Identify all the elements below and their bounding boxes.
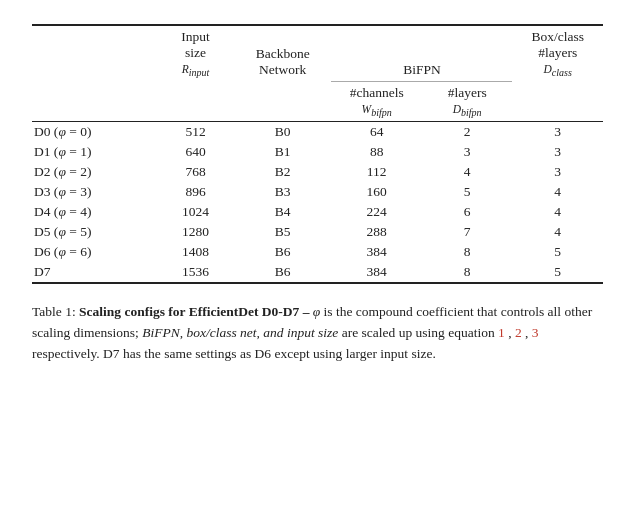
col-box-subheader <box>512 81 603 121</box>
table-caption: Table 1: Scaling configs for EfficientDe… <box>32 302 603 365</box>
col-input-header: Inputsize Rinput <box>157 25 234 81</box>
table-row: D0 (φ = 0) 512 B0 64 2 3 <box>32 122 603 143</box>
row-label-d7: D7 <box>32 262 157 283</box>
table-row: D6 (φ = 6) 1408 B6 384 8 5 <box>32 242 603 262</box>
table-row: D3 (φ = 3) 896 B3 160 5 4 <box>32 182 603 202</box>
row-d0-backbone: B0 <box>234 122 331 143</box>
row-d5-box-layers: 4 <box>512 222 603 242</box>
row-d7-channels: 384 <box>331 262 422 283</box>
caption-comma1: , <box>508 325 515 340</box>
col-bifpn-layers-header: #layers Dbifpn <box>422 81 513 121</box>
backbone-label: BackboneNetwork <box>256 46 310 77</box>
row-d0-input: 512 <box>157 122 234 143</box>
bifpn-group-header: BiFPN <box>331 25 512 81</box>
row-d3-box-layers: 4 <box>512 182 603 202</box>
row-d6-backbone: B6 <box>234 242 331 262</box>
table-container: Inputsize Rinput BackboneNetwork BiFPN B… <box>32 24 603 284</box>
col-backbone-subheader <box>234 81 331 121</box>
table-row: D4 (φ = 4) 1024 B4 224 6 4 <box>32 202 603 222</box>
row-d1-bifpn-layers: 3 <box>422 142 513 162</box>
input-size-subscript: Rinput <box>182 63 210 75</box>
caption-number: Table 1: <box>32 304 76 319</box>
row-d3-input: 896 <box>157 182 234 202</box>
row-d5-bifpn-layers: 7 <box>422 222 513 242</box>
row-d6-input: 1408 <box>157 242 234 262</box>
row-d4-channels: 224 <box>331 202 422 222</box>
box-class-subscript: Dclass <box>544 63 572 75</box>
row-d3-bifpn-layers: 5 <box>422 182 513 202</box>
caption-text3: respectively. D7 has the same set­tings … <box>32 346 436 361</box>
col-empty-header <box>32 25 157 81</box>
caption-bold-text: Scaling configs for EfficientDet D0-D7 – <box>79 304 313 319</box>
input-size-label: Inputsize <box>181 29 210 60</box>
row-d2-backbone: B2 <box>234 162 331 182</box>
row-d5-channels: 288 <box>331 222 422 242</box>
row-d0-box-layers: 3 <box>512 122 603 143</box>
col-box-header: Box/class#layers Dclass <box>512 25 603 81</box>
row-d7-input: 1536 <box>157 262 234 283</box>
caption-text2: are scaled up using equation <box>342 325 498 340</box>
row-d2-channels: 112 <box>331 162 422 182</box>
box-class-label: Box/class#layers <box>531 29 584 60</box>
table-row: D5 (φ = 5) 1280 B5 288 7 4 <box>32 222 603 242</box>
row-label-d3: D3 (φ = 3) <box>32 182 157 202</box>
data-table: Inputsize Rinput BackboneNetwork BiFPN B… <box>32 24 603 284</box>
row-d0-channels: 64 <box>331 122 422 143</box>
row-d6-channels: 384 <box>331 242 422 262</box>
col-backbone-header: BackboneNetwork <box>234 25 331 81</box>
row-d1-box-layers: 3 <box>512 142 603 162</box>
row-d1-backbone: B1 <box>234 142 331 162</box>
channels-label: #channels <box>350 85 404 100</box>
row-d4-input: 1024 <box>157 202 234 222</box>
layers-subscript: Dbifpn <box>453 103 482 115</box>
row-d3-channels: 160 <box>331 182 422 202</box>
row-d2-bifpn-layers: 4 <box>422 162 513 182</box>
row-d7-box-layers: 5 <box>512 262 603 283</box>
row-d5-backbone: B5 <box>234 222 331 242</box>
row-label-d4: D4 (φ = 4) <box>32 202 157 222</box>
row-d7-backbone: B6 <box>234 262 331 283</box>
row-label-d6: D6 (φ = 6) <box>32 242 157 262</box>
caption-comma2: , <box>525 325 532 340</box>
channels-subscript: Wbifpn <box>362 103 392 115</box>
row-d4-backbone: B4 <box>234 202 331 222</box>
col-bifpn-channels-header: #channels Wbifpn <box>331 81 422 121</box>
col-input-subheader <box>157 81 234 121</box>
table-row: D1 (φ = 1) 640 B1 88 3 3 <box>32 142 603 162</box>
row-d1-input: 640 <box>157 142 234 162</box>
row-d3-backbone: B3 <box>234 182 331 202</box>
row-d1-channels: 88 <box>331 142 422 162</box>
row-d2-input: 768 <box>157 162 234 182</box>
row-label-d1: D1 (φ = 1) <box>32 142 157 162</box>
caption-phi: φ <box>313 304 320 319</box>
row-d5-input: 1280 <box>157 222 234 242</box>
bifpn-label: BiFPN <box>403 62 441 77</box>
layers-label: #layers <box>448 85 487 100</box>
caption-link2: 2 <box>515 325 522 340</box>
caption-link3: 3 <box>532 325 539 340</box>
table-row: D7 1536 B6 384 8 5 <box>32 262 603 283</box>
row-d0-bifpn-layers: 2 <box>422 122 513 143</box>
row-d4-bifpn-layers: 6 <box>422 202 513 222</box>
row-label-d5: D5 (φ = 5) <box>32 222 157 242</box>
table-row: D2 (φ = 2) 768 B2 112 4 3 <box>32 162 603 182</box>
row-label-d0: D0 (φ = 0) <box>32 122 157 143</box>
caption-italic-text: BiFPN, box/class net, and input size <box>142 325 338 340</box>
caption-link1: 1 <box>498 325 505 340</box>
row-label-d2: D2 (φ = 2) <box>32 162 157 182</box>
row-d6-box-layers: 5 <box>512 242 603 262</box>
row-d7-bifpn-layers: 8 <box>422 262 513 283</box>
row-d4-box-layers: 4 <box>512 202 603 222</box>
row-d2-box-layers: 3 <box>512 162 603 182</box>
col-empty-subheader <box>32 81 157 121</box>
row-d6-bifpn-layers: 8 <box>422 242 513 262</box>
